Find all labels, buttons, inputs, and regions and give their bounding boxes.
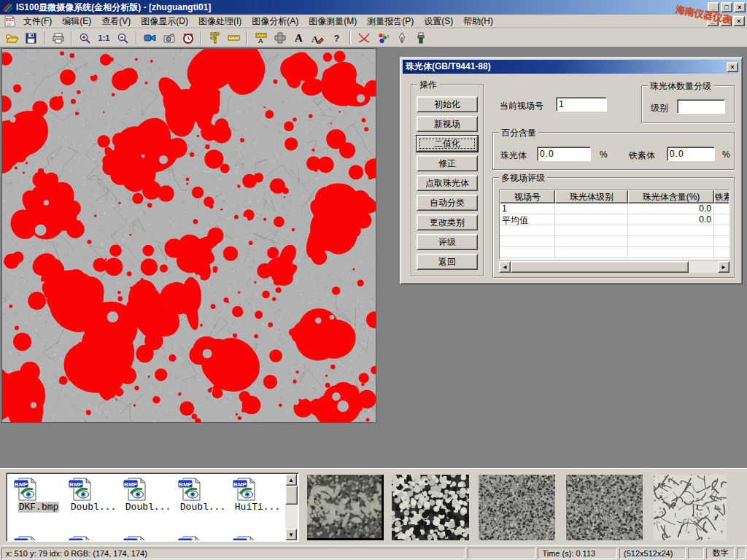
table-row[interactable]: 1 0.0 [500,203,729,214]
brush-tool-button[interactable] [411,30,430,46]
dialog-close-button[interactable]: × [727,62,738,72]
menu-settings[interactable]: 设置(S) [419,14,458,29]
video-camera-button[interactable] [141,30,159,46]
ruler-button[interactable] [225,30,243,46]
menu-view[interactable]: 查看(V) [96,14,136,29]
file-item[interactable]: BMP [13,535,64,540]
svg-text:DOC: DOC [6,18,15,22]
pattern-grid-button[interactable] [271,30,289,46]
menu-image-measure[interactable]: 图像测量(M) [303,14,362,29]
hscroll-thumb[interactable] [511,261,689,273]
menu-bar: DOC 文件(F) 编辑(E) 查看(V) 图像显示(D) 图像处理(I) 图像… [0,15,747,28]
current-field-label: 当前视场号 [500,100,543,112]
open-button[interactable] [3,30,21,46]
file-item[interactable]: BMP [177,535,228,540]
red-curves-icon [357,33,371,43]
dialog-title-bar[interactable]: 珠光体(GB/T9441-88) × [403,60,740,74]
file-item[interactable]: BMP [232,535,283,540]
svg-text:BMP: BMP [15,540,28,540]
zoom-out-button[interactable] [114,30,132,46]
caliper-button[interactable] [206,30,224,46]
empty-pane [468,548,535,559]
mode-pane: 数字 [706,548,735,559]
col-pearlite-content[interactable]: 珠光体含量(%) [628,190,714,203]
scroll-down-button[interactable]: ▼ [285,529,297,540]
print-button[interactable] [49,30,67,46]
minimize-button[interactable]: _ [708,2,719,12]
binarize-button[interactable]: 二值化 [417,136,478,152]
annotate-text-button[interactable]: A [309,30,327,46]
thumbnail-5[interactable] [654,475,727,540]
alarm-clock-icon [182,32,194,44]
document-icon[interactable]: DOC [4,15,15,27]
col-field-no[interactable]: 视场号 [500,190,555,203]
mdi-restore-button[interactable]: ❐ [720,16,732,26]
ferrite-percent-input[interactable]: 0.0 [667,147,715,161]
close-button[interactable]: × [734,2,746,12]
file-item[interactable]: BMP Doubl... [177,477,228,513]
file-list-vscrollbar[interactable]: ▲ ▼ [285,474,298,540]
thumbnail-1[interactable] [307,475,384,540]
auto-classify-button[interactable]: 自动分类 [417,195,478,211]
correct-button[interactable]: 修正 [417,155,478,171]
table-row[interactable]: 平均值 0.0 [500,214,729,225]
scroll-left-button[interactable]: ◄ [499,261,511,273]
thumbnail-3[interactable] [479,475,555,540]
change-class-button[interactable]: 更改类别 [417,214,478,230]
rate-button[interactable]: 评级 [417,234,478,250]
bmp-file-icon: BMP [68,477,119,502]
colored-dots-icon: 13 [377,33,389,44]
vscroll-thumb[interactable] [285,486,298,505]
curve-tool-button[interactable] [355,30,373,46]
mdi-minimize-button[interactable]: _ [707,16,719,26]
menu-image-processing[interactable]: 图像处理(I) [193,14,247,29]
menu-image-analysis[interactable]: 图像分析(A) [247,14,303,29]
file-item[interactable]: BMP DKF.bmp [13,477,64,513]
text-tool-button[interactable]: A [290,30,308,46]
scroll-right-button[interactable]: ► [718,261,729,273]
timer-button[interactable] [179,30,197,46]
pen-pick-button[interactable] [392,30,411,46]
measure-scale-button[interactable]: A [252,30,270,46]
return-button[interactable]: 返回 [417,254,478,270]
file-item[interactable]: BMP Doubl... [68,477,119,513]
file-item[interactable]: BMP HuiTi... [232,477,283,513]
actual-size-button[interactable]: 1:1 [95,30,113,46]
pearlite-percent-input[interactable]: 0.0 [537,147,591,161]
scroll-up-button[interactable]: ▲ [285,474,297,486]
menu-image-display[interactable]: 图像显示(D) [136,14,193,29]
micrograph-binarized-image[interactable] [1,48,376,423]
menu-measure-report[interactable]: 测量报告(P) [362,14,419,29]
col-pearlite-level[interactable]: 珠光体级别 [555,190,628,203]
capture-camera-button[interactable] [160,30,178,46]
menu-file[interactable]: 文件(F) [18,14,57,29]
menu-help[interactable]: 帮助(H) [458,14,498,29]
file-item[interactable]: BMP [68,535,119,540]
level-input[interactable] [677,99,725,114]
thumbnail-4[interactable] [566,475,643,540]
toolbar-separator [136,31,137,44]
pick-pearlite-button[interactable]: 点取珠光体 [417,175,478,191]
operation-group-label: 操作 [417,79,439,91]
pearlite-label: 珠光体 [500,149,527,162]
maximize-button[interactable]: □ [721,2,732,12]
col-ferrite-content[interactable]: 铁素体含量(%) [714,190,729,203]
zoom-in-button[interactable] [76,30,94,46]
help-button[interactable]: ? [328,30,346,46]
save-button[interactable] [22,30,40,46]
current-field-input[interactable]: 1 [556,97,607,112]
table-hscrollbar[interactable]: ◄ ► [499,261,729,273]
thumbnail-2[interactable] [392,475,469,540]
menu-edit[interactable]: 编辑(E) [57,14,96,29]
cursor-position-pane: x: 510 y: 79 idx: 0 RGB: (174, 174, 174) [1,548,465,559]
file-item[interactable]: BMP [123,535,174,540]
toolbar: 1:1 A A A ? 13 [0,28,747,47]
mdi-close-button[interactable]: × [733,16,745,26]
toolbar-separator [247,31,248,44]
init-button[interactable]: 初始化 [417,96,478,112]
classify-dots-button[interactable]: 13 [374,30,392,46]
new-field-button[interactable]: 新视场 [417,116,478,132]
bmp-file-icon: BMP [68,535,119,540]
floppy-icon [26,33,36,44]
file-item[interactable]: BMP Doubl... [123,477,174,513]
